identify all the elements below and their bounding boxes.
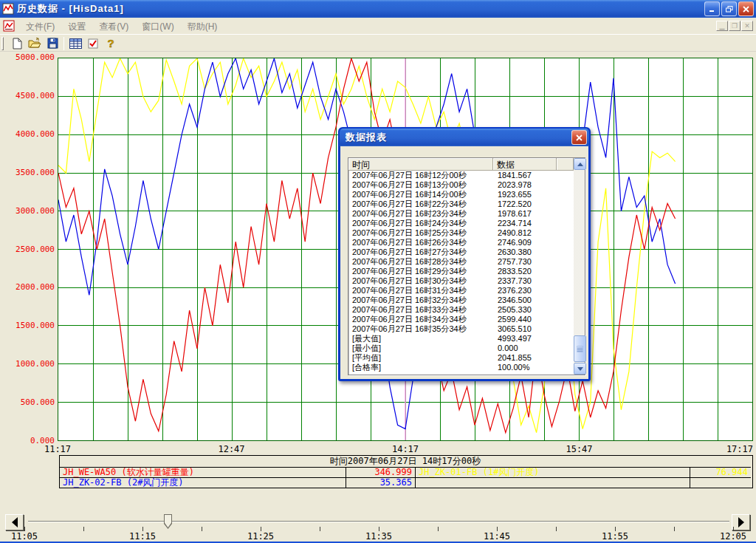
ruler-time-label: 11:55 xyxy=(602,531,628,542)
scrollbar-thumb[interactable] xyxy=(574,335,586,362)
report-time-cell: 2007年06月27日 16时12分00秒 xyxy=(348,171,493,180)
data-report-dialog: 数据报表 时间 数据 2007年06月27日 16时12分00秒1841.567… xyxy=(338,127,591,381)
x-axis-label: 12:47 xyxy=(218,444,244,454)
report-time-cell: 2007年06月27日 16时22分34秒 xyxy=(348,199,493,209)
legend-tag-name: JH_ZK-02-FB (2#风门开度) xyxy=(60,477,346,488)
report-data-row[interactable]: 2007年06月27日 16时31分34秒2376.230 xyxy=(348,286,574,296)
app-window: 历史数据 - [HisData1] 文件(F)设置查看(V)窗口(W)帮助(H)… xyxy=(0,0,756,543)
ruler-tick xyxy=(438,527,439,531)
new-file-icon[interactable] xyxy=(8,36,26,51)
data-report-icon[interactable] xyxy=(66,36,84,51)
report-listbox: 时间 数据 2007年06月27日 16时12分00秒1841.5672007年… xyxy=(348,157,585,375)
menu-item-2[interactable]: 查看(V) xyxy=(92,19,135,34)
report-value-cell: 1923.655 xyxy=(493,190,532,199)
dialog-title: 数据报表 xyxy=(346,131,387,144)
report-data-row[interactable]: 2007年06月27日 16时34分34秒2599.440 xyxy=(348,315,574,324)
mdi-restore-button[interactable]: ❐ xyxy=(729,21,740,31)
report-time-cell: 2007年06月27日 16时32分34秒 xyxy=(348,296,493,305)
report-stat-row[interactable]: [最小值]0.000 xyxy=(348,344,574,353)
report-stat-row[interactable]: [平均值]2041.855 xyxy=(348,353,574,363)
minimize-button[interactable] xyxy=(704,1,720,16)
ruler-time-label: 11:45 xyxy=(484,531,510,542)
report-time-cell: 2007年06月27日 16时34分34秒 xyxy=(348,315,493,324)
restore-button[interactable] xyxy=(721,1,737,16)
report-value-cell: 2505.330 xyxy=(493,305,532,315)
y-axis-label: 4000.000 xyxy=(0,129,55,140)
legend-cursor-time: 时间2007年06月27日 14时17分00秒 xyxy=(60,456,751,467)
ruler-time-label: 11:25 xyxy=(247,531,274,542)
report-time-cell: 2007年06月27日 16时33分34秒 xyxy=(348,305,493,315)
report-data-row[interactable]: 2007年06月27日 16时14分00秒1923.655 xyxy=(348,190,574,199)
mdi-minimize-button[interactable]: ▁ xyxy=(716,21,728,31)
report-data-row[interactable]: 2007年06月27日 16时35分34秒3065.510 xyxy=(348,324,574,334)
report-time-cell: 2007年06月27日 16时25分34秒 xyxy=(348,228,493,238)
close-icon xyxy=(576,134,583,141)
close-button[interactable] xyxy=(738,1,754,16)
report-time-cell: 2007年06月27日 16时30分34秒 xyxy=(348,276,493,286)
mdi-close-button[interactable]: ✕ xyxy=(741,21,753,31)
report-stat-row[interactable]: [合格率]100.00% xyxy=(348,363,574,372)
report-data-row[interactable]: 2007年06月27日 16时30分34秒2337.730 xyxy=(348,276,574,286)
x-axis-label: 14:17 xyxy=(392,444,419,454)
report-value-cell: 2346.500 xyxy=(493,296,532,305)
report-data-row[interactable]: 2007年06月27日 16时28分34秒2757.730 xyxy=(348,257,574,267)
report-data-row[interactable]: 2007年06月27日 16时13分00秒2023.978 xyxy=(348,180,574,190)
report-value-cell: 2376.230 xyxy=(493,286,532,296)
report-value-cell: 2630.380 xyxy=(493,247,532,257)
report-stat-row[interactable]: [最大值]4993.497 xyxy=(348,334,574,344)
time-ruler: 11:0511:1511:2511:3511:4511:5512:05 xyxy=(0,526,756,542)
report-data-row[interactable]: 2007年06月27日 16时22分34秒1722.520 xyxy=(348,199,574,209)
report-data-row[interactable]: 2007年06月27日 16时29分34秒2833.520 xyxy=(348,267,574,276)
y-axis-label: 4500.000 xyxy=(0,91,55,101)
report-data-row[interactable]: 2007年06月27日 16时25分34秒2490.812 xyxy=(348,228,574,238)
open-file-icon[interactable] xyxy=(26,36,44,51)
scrollbar-up-button[interactable] xyxy=(574,158,586,170)
dialog-close-button[interactable] xyxy=(571,130,587,145)
down-arrow-icon xyxy=(577,367,583,371)
report-scrollbar[interactable] xyxy=(574,158,585,375)
report-data-row[interactable]: 2007年06月27日 16时23分34秒1978.617 xyxy=(348,209,574,219)
title-bar: 历史数据 - [HisData1] xyxy=(0,0,756,18)
y-axis-label: 500.000 xyxy=(0,397,55,408)
dialog-title-bar[interactable]: 数据报表 xyxy=(340,129,589,146)
ruler-time-label: 12:05 xyxy=(720,531,746,542)
menu-item-0[interactable]: 文件(F) xyxy=(19,19,61,34)
mdi-window-buttons: ▁ ❐ ✕ xyxy=(716,21,753,31)
report-value-cell: 2490.812 xyxy=(493,228,532,238)
report-data-row[interactable]: 2007年06月27日 16时26分34秒2746.909 xyxy=(348,238,574,247)
legend-tag-value xyxy=(690,477,751,488)
report-value-cell: 1841.567 xyxy=(493,171,532,180)
report-data-row[interactable]: 2007年06月27日 16时27分34秒2630.380 xyxy=(348,247,574,257)
toolbar-separator xyxy=(63,37,64,50)
report-value-cell: 2833.520 xyxy=(493,267,532,276)
time-slider-track[interactable] xyxy=(28,521,729,522)
report-data-row[interactable]: 2007年06月27日 16时24分34秒2234.714 xyxy=(348,219,574,228)
document-chart-icon[interactable] xyxy=(3,20,15,32)
column-header-data[interactable]: 数据 xyxy=(493,158,557,171)
help-icon[interactable]: ? xyxy=(102,36,120,51)
toolbar: ? xyxy=(0,35,756,52)
toolbar-drag-handle[interactable] xyxy=(1,37,4,50)
save-file-icon[interactable] xyxy=(44,36,61,51)
option-check-icon[interactable] xyxy=(84,36,102,51)
scrollbar-down-button[interactable] xyxy=(574,363,586,375)
y-axis-label: 3500.000 xyxy=(0,168,55,178)
report-value-cell: 2041.855 xyxy=(493,353,532,363)
column-header-time[interactable]: 时间 xyxy=(348,158,493,171)
x-axis-label: 15:47 xyxy=(566,444,592,454)
legend-tag-value: 346.999 xyxy=(346,467,415,477)
menu-item-3[interactable]: 窗口(W) xyxy=(135,19,180,34)
report-data-row[interactable]: 2007年06月27日 16时32分34秒2346.500 xyxy=(348,296,574,305)
legend-tag-value: 76.944 xyxy=(690,467,751,477)
report-data-row[interactable]: 2007年06月27日 16时12分00秒1841.567 xyxy=(348,171,574,180)
report-value-cell: 1722.520 xyxy=(493,199,532,209)
report-time-cell: [合格率] xyxy=(348,363,493,372)
report-data-row[interactable]: 2007年06月27日 16时33分34秒2505.330 xyxy=(348,305,574,315)
window-title: 历史数据 - [HisData1] xyxy=(17,2,124,16)
y-axis-label: 1000.000 xyxy=(0,359,55,369)
report-time-cell: 2007年06月27日 16时23分34秒 xyxy=(348,209,493,219)
report-time-cell: 2007年06月27日 16时13分00秒 xyxy=(348,180,493,190)
menu-item-4[interactable]: 帮助(H) xyxy=(181,19,224,34)
legend-tag-value: 35.365 xyxy=(346,477,415,488)
menu-item-1[interactable]: 设置 xyxy=(61,19,92,34)
